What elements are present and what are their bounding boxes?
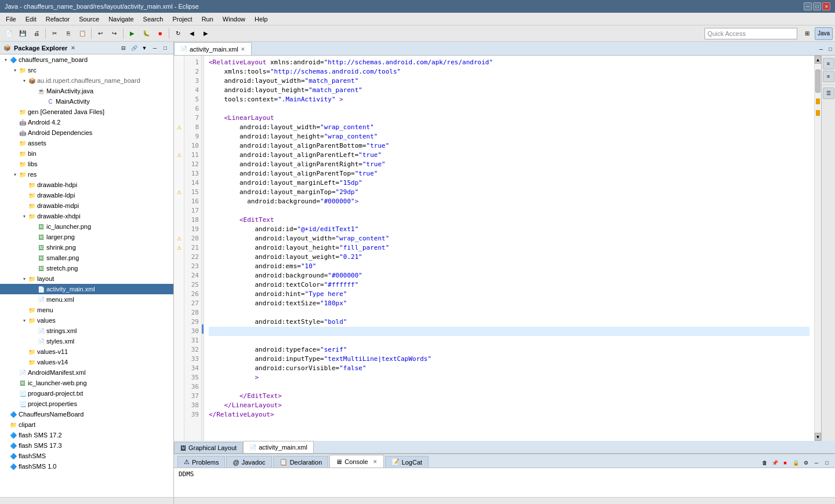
run-btn[interactable]: ▶ bbox=[126, 27, 139, 40]
tree-item[interactable]: 📁drawable-ldpi bbox=[0, 190, 173, 200]
tree-item[interactable]: ▾📁layout bbox=[0, 273, 173, 284]
menu-project[interactable]: Project bbox=[169, 14, 195, 24]
tree-item[interactable]: 🤖Android 4.2 bbox=[0, 117, 173, 127]
console-clear-btn[interactable]: 🗑 bbox=[760, 458, 769, 468]
menu-file[interactable]: File bbox=[2, 14, 20, 24]
tree-item[interactable]: 📁gen [Generated Java Files] bbox=[0, 107, 173, 117]
tree-item[interactable]: 🖼larger.png bbox=[0, 232, 173, 242]
maximize-panel-btn[interactable]: □ bbox=[161, 43, 170, 53]
paste-btn[interactable]: 📋 bbox=[76, 27, 89, 40]
menu-navigate[interactable]: Navigate bbox=[105, 14, 137, 24]
tree-item[interactable]: 📁values-v14 bbox=[0, 357, 173, 367]
problems-tab[interactable]: ⚠ Problems bbox=[177, 456, 225, 468]
cut-btn[interactable]: ✂ bbox=[48, 27, 61, 40]
rs-btn-2[interactable]: ≡ bbox=[823, 71, 834, 82]
tree-item[interactable]: 🔷flashSMS bbox=[0, 451, 173, 461]
console-tab[interactable]: 🖥 Console ✕ bbox=[329, 455, 383, 468]
tree-item[interactable]: 📄activity_main.xml bbox=[0, 284, 173, 294]
undo-btn[interactable]: ↩ bbox=[94, 27, 107, 40]
editor-max-btn[interactable]: □ bbox=[826, 45, 835, 54]
tree-item[interactable]: ▾📁res bbox=[0, 169, 173, 180]
tree-item[interactable]: 📁drawable-mdpi bbox=[0, 200, 173, 211]
bottom-scrollbar[interactable] bbox=[174, 497, 835, 504]
minimize-panel-btn[interactable]: ─ bbox=[150, 43, 159, 53]
collapse-all-btn[interactable]: ⊟ bbox=[119, 43, 128, 53]
menu-window[interactable]: Window bbox=[219, 14, 249, 24]
file-tab-xml[interactable]: 📄 activity_main.xml bbox=[243, 441, 314, 453]
declaration-tab[interactable]: 📋 Declaration bbox=[273, 456, 329, 468]
tree-item[interactable]: ▾📁src bbox=[0, 65, 173, 75]
explorer-scrollbar-h[interactable] bbox=[0, 497, 173, 504]
view-menu-btn[interactable]: ▼ bbox=[140, 43, 149, 53]
tree-item[interactable]: ▾🔷chauffeurs_name_board bbox=[0, 54, 173, 65]
back-btn[interactable]: ◀ bbox=[186, 27, 198, 40]
forward-btn[interactable]: ▶ bbox=[199, 27, 212, 40]
tree-item[interactable]: 📁libs bbox=[0, 159, 173, 169]
tree-item[interactable]: 🤖Android Dependencies bbox=[0, 127, 173, 138]
menu-refactor[interactable]: Refactor bbox=[42, 14, 74, 24]
redo-btn[interactable]: ↪ bbox=[108, 27, 121, 40]
tree-item[interactable]: 🔷flash SMS 17.2 bbox=[0, 430, 173, 440]
tree-item[interactable]: ☕MainActivity.java bbox=[0, 86, 173, 96]
debug-btn[interactable]: 🐛 bbox=[140, 27, 153, 40]
code-area[interactable]: <RelativeLayout xmlns:android="http://sc… bbox=[204, 56, 814, 441]
console-close-btn[interactable]: ✕ bbox=[373, 459, 377, 465]
tree-item[interactable]: 📁menu bbox=[0, 305, 173, 315]
rs-btn-3[interactable]: ☰ bbox=[823, 87, 834, 99]
tree-item[interactable]: 🖼ic_launcher-web.png bbox=[0, 378, 173, 388]
console-stop-btn[interactable]: ■ bbox=[780, 458, 790, 468]
scroll-down-btn[interactable]: ▼ bbox=[815, 433, 821, 441]
tree-item[interactable]: ▾📁drawable-xhdpi bbox=[0, 211, 173, 221]
editor-tab-close-btn[interactable]: ✕ bbox=[241, 46, 245, 52]
tree-item[interactable]: 📄AndroidManifest.xml bbox=[0, 367, 173, 378]
menu-search[interactable]: Search bbox=[140, 14, 167, 24]
tree-item[interactable]: CMainActivity bbox=[0, 96, 173, 107]
tree-item[interactable]: 🖼stretch.png bbox=[0, 263, 173, 273]
console-min-btn[interactable]: ─ bbox=[812, 458, 821, 468]
link-editor-btn[interactable]: 🔗 bbox=[129, 43, 139, 53]
tree-item[interactable]: 📃project.properties bbox=[0, 399, 173, 409]
tree-item[interactable]: 🖼smaller.png bbox=[0, 253, 173, 263]
editor-scrollbar[interactable]: ▲ ▼ bbox=[814, 56, 821, 441]
console-scroll-lock-btn[interactable]: 🔒 bbox=[791, 458, 800, 468]
tree-item[interactable]: 🔷ChauffeursNameBoard bbox=[0, 409, 173, 419]
refresh-btn[interactable]: ↻ bbox=[172, 27, 184, 40]
stop-btn[interactable]: ■ bbox=[154, 27, 166, 40]
tree-item[interactable]: 🖼ic_launcher.png bbox=[0, 221, 173, 232]
rs-btn-1[interactable]: ≡ bbox=[823, 58, 834, 70]
tree-item[interactable]: ▾📁values bbox=[0, 315, 173, 326]
save-btn[interactable]: 💾 bbox=[16, 27, 29, 40]
scroll-up-btn[interactable]: ▲ bbox=[815, 56, 821, 64]
tree-item[interactable]: 📄menu.xml bbox=[0, 294, 173, 305]
console-max-btn[interactable]: □ bbox=[822, 458, 832, 468]
scroll-thumb[interactable] bbox=[815, 70, 821, 93]
tree-item[interactable]: ▾📦au.id.rupert.chauffeurs_name_board bbox=[0, 75, 173, 86]
perspective-btn[interactable]: ⊞ bbox=[801, 27, 814, 40]
editor-tab-active[interactable]: 📄 activity_main.xml ✕ bbox=[174, 42, 252, 55]
minimize-btn[interactable]: ─ bbox=[804, 2, 812, 10]
menu-edit[interactable]: Edit bbox=[22, 14, 40, 24]
tree-item[interactable]: 📁values-v11 bbox=[0, 346, 173, 357]
menu-help[interactable]: Help bbox=[251, 14, 271, 24]
javadoc-tab[interactable]: @ Javadoc bbox=[226, 456, 271, 468]
print-btn[interactable]: 🖨 bbox=[30, 27, 43, 40]
close-btn[interactable]: ✕ bbox=[822, 2, 830, 10]
editor-min-btn[interactable]: ─ bbox=[816, 45, 826, 54]
tree-item[interactable]: 🔷flashSMS 1.0 bbox=[0, 461, 173, 472]
maximize-btn[interactable]: □ bbox=[813, 2, 821, 10]
copy-btn[interactable]: ⎘ bbox=[62, 27, 75, 40]
tree-item[interactable]: 🔷flash SMS 17.3 bbox=[0, 440, 173, 451]
console-settings-btn[interactable]: ⚙ bbox=[801, 458, 811, 468]
file-tab-graphical[interactable]: 🖼 Graphical Layout bbox=[174, 442, 243, 453]
logcat-tab[interactable]: 📝 LogCat bbox=[385, 456, 429, 468]
tree-item[interactable]: 📁bin bbox=[0, 148, 173, 159]
tree-item[interactable]: 📁clipart bbox=[0, 419, 173, 430]
tree-item[interactable]: 📄styles.xml bbox=[0, 336, 173, 346]
console-pin-btn[interactable]: 📌 bbox=[770, 458, 779, 468]
tree-item[interactable]: 📁assets bbox=[0, 138, 173, 148]
menu-source[interactable]: Source bbox=[75, 14, 103, 24]
tree-item[interactable]: 📃proguard-project.txt bbox=[0, 388, 173, 399]
new-btn[interactable]: 📄 bbox=[2, 27, 15, 40]
tree-item[interactable]: 📁drawable-hdpi bbox=[0, 180, 173, 190]
java-perspective-btn[interactable]: Java bbox=[815, 27, 833, 40]
